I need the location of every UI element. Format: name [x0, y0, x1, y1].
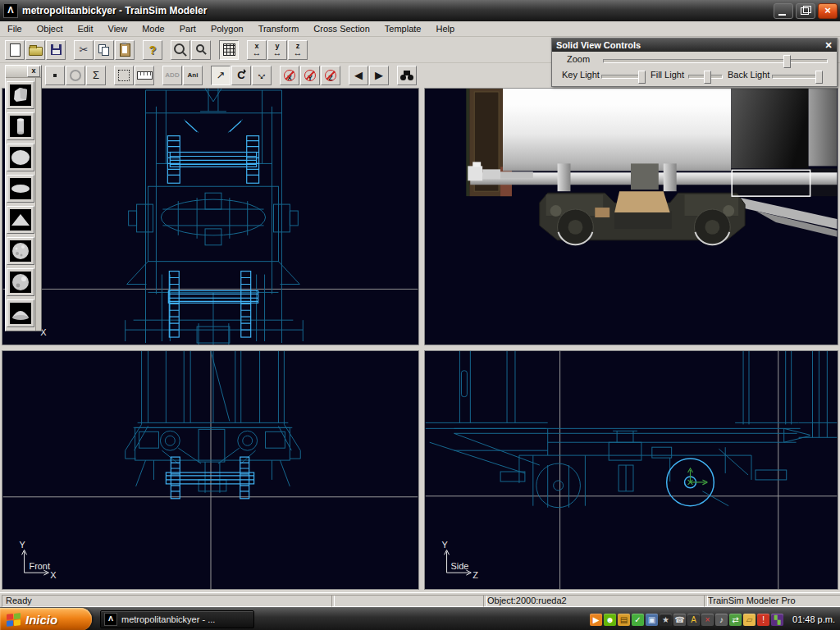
folder-tray-icon[interactable]: ▱	[743, 614, 756, 626]
svc-close-icon[interactable]: ✕	[822, 40, 835, 51]
oblate-sphere-tool-button[interactable]	[7, 175, 34, 203]
zoom-out-button[interactable]	[191, 40, 211, 60]
new-file-button[interactable]	[5, 40, 25, 60]
key-light-slider[interactable]	[601, 75, 646, 79]
select-rect-button[interactable]	[114, 66, 134, 85]
ruler-icon	[137, 71, 153, 80]
sphere-tool-button[interactable]	[7, 144, 34, 171]
key-light-label: Key Light	[562, 70, 600, 80]
viewport-top-wireframe[interactable]: X	[2, 88, 419, 345]
network-places-icon[interactable]: ▣	[646, 614, 658, 626]
front-view-wireframe: Y Front X	[2, 351, 418, 589]
minimize-button[interactable]	[774, 3, 793, 19]
next-icon: ▶	[375, 70, 383, 80]
menu-item-object[interactable]: Object	[30, 22, 71, 35]
save-button[interactable]	[46, 40, 66, 60]
move-tool-button[interactable]: ↗	[211, 66, 231, 85]
sigma-button[interactable]: Σ	[86, 66, 106, 85]
menu-item-help[interactable]: Help	[428, 22, 462, 35]
point-mode-button[interactable]	[45, 66, 65, 85]
scale-tool-button[interactable]	[252, 66, 272, 85]
menu-item-view[interactable]: View	[101, 22, 135, 35]
key-light-thumb[interactable]	[638, 71, 646, 84]
y-axis-button[interactable]: y↔	[267, 40, 287, 60]
back-light-thumb[interactable]	[815, 71, 823, 84]
messenger-icon[interactable]: ☻	[604, 614, 616, 626]
layout-grid-icon[interactable]: ▚	[771, 614, 783, 626]
taskbar-clock: 01:48 p.m.	[792, 614, 835, 624]
measure-button[interactable]	[135, 66, 154, 85]
animation-button[interactable]: Ani	[183, 66, 203, 85]
floppy-save-icon	[51, 44, 62, 55]
menu-item-part[interactable]: Part	[172, 22, 203, 35]
palette-close-button[interactable]: x	[27, 66, 40, 77]
next-button[interactable]: ▶	[369, 66, 389, 85]
fill-light-slider[interactable]	[688, 75, 723, 79]
help-button[interactable]: ?	[143, 40, 162, 60]
box-tool-button[interactable]	[7, 81, 34, 109]
palette-title-bar[interactable]: x	[6, 66, 41, 78]
menu-item-polygon[interactable]: Polygon	[203, 22, 251, 35]
copy-button[interactable]	[94, 40, 114, 60]
z-axis-button[interactable]: z↔	[288, 40, 308, 60]
circle-mode-button[interactable]	[66, 66, 85, 85]
menu-item-transform[interactable]: Transform	[251, 22, 307, 35]
back-light-slider[interactable]	[772, 75, 823, 79]
device-blocked-icon[interactable]: ☎	[673, 614, 686, 626]
network-alert-icon[interactable]: ×	[701, 614, 714, 626]
shape-tool-palette: x	[5, 65, 42, 331]
menu-item-file[interactable]: File	[0, 22, 30, 35]
menu-item-template[interactable]: Template	[377, 22, 429, 35]
search-tool-icon[interactable]: A	[687, 614, 700, 626]
grid-toggle-button[interactable]	[219, 40, 239, 60]
geosphere2-tool-button[interactable]	[7, 268, 34, 296]
svc-title-bar[interactable]: Solid View Controls ✕	[552, 39, 837, 52]
viewport-3d-solid[interactable]	[424, 88, 838, 345]
close-button[interactable]: ×	[818, 3, 838, 19]
status-ready: Ready	[2, 595, 335, 607]
menu-item-edit[interactable]: Edit	[71, 22, 101, 35]
title-bar: Λ metropolitanbickyer - TrainSim Modeler…	[0, 0, 840, 21]
start-button[interactable]: Inicio	[0, 608, 92, 630]
geosphere2-tool-icon	[10, 272, 31, 293]
image-tool-icon[interactable]: ▤	[618, 614, 630, 626]
viewport-side-wireframe[interactable]: Y Side Z	[424, 350, 838, 590]
zoom-in-button[interactable]	[171, 40, 190, 60]
menu-item-cross-section[interactable]: Cross Section	[306, 22, 377, 35]
menu-item-mode[interactable]: Mode	[135, 22, 172, 35]
lock-x-button[interactable]: X	[280, 66, 299, 85]
fill-light-thumb[interactable]	[704, 71, 711, 84]
dome-tool-button[interactable]	[7, 299, 34, 327]
taskbar-window-button[interactable]: Λ metropolitanbickyer - ...	[100, 610, 254, 628]
volume-icon[interactable]: ♪	[715, 614, 728, 626]
cut-button[interactable]: ✂	[74, 40, 94, 60]
lock-y-icon: Y	[304, 69, 317, 82]
antivirus-icon[interactable]: ✓	[632, 614, 644, 626]
star-icon[interactable]: ★	[660, 614, 672, 626]
zoom-slider-label: Zoom	[567, 54, 590, 64]
magnifier-large-icon	[174, 43, 185, 54]
lock-y-button[interactable]: Y	[300, 66, 320, 85]
add-button[interactable]: ADD	[162, 66, 182, 85]
find-button[interactable]	[397, 66, 417, 85]
paste-button[interactable]	[115, 40, 135, 60]
sphere-tool-icon	[10, 147, 31, 168]
rotate-tool-button[interactable]: C	[231, 66, 251, 85]
palette-scrollbar[interactable]	[35, 78, 41, 331]
x-axis-button[interactable]: x↔	[247, 40, 267, 60]
security-center-icon[interactable]: !	[757, 614, 769, 626]
geosphere-tool-button[interactable]	[7, 237, 34, 265]
cone-tool-button[interactable]	[7, 206, 34, 234]
zoom-slider-thumb[interactable]	[783, 55, 791, 68]
lock-z-button[interactable]: Z	[321, 66, 340, 85]
viewport-workspace: X	[0, 87, 840, 592]
zoom-slider[interactable]	[603, 59, 828, 63]
restore-button[interactable]	[796, 3, 815, 19]
open-file-button[interactable]	[25, 40, 45, 60]
viewport-front-wireframe[interactable]: Y Front X	[2, 350, 419, 590]
sync-icon[interactable]: ⇄	[729, 614, 742, 626]
media-player-icon[interactable]: ▶	[590, 614, 602, 626]
point-icon	[53, 74, 57, 77]
cylinder-tool-button[interactable]	[7, 112, 34, 140]
previous-button[interactable]: ◀	[349, 66, 368, 85]
